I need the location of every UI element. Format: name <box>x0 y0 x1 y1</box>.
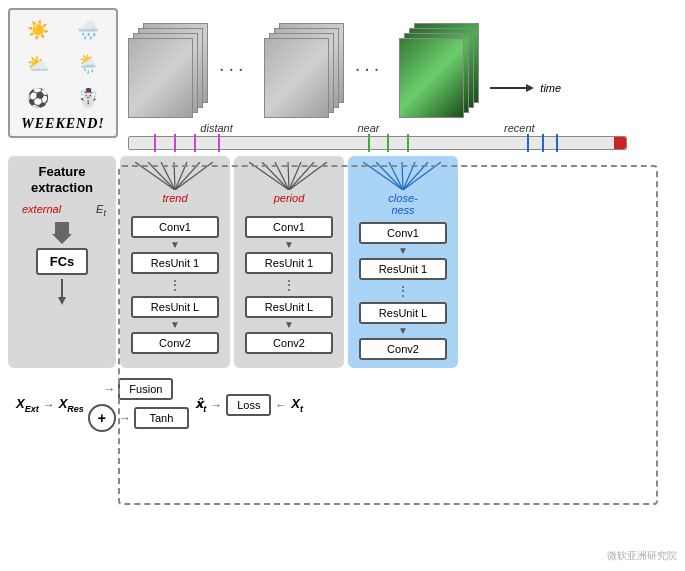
closeness-resunitl: ResUnit L <box>359 302 447 324</box>
top-section: ☀️ 🌧️ ⛅ 🌦️ ⚽ ☃️ WEEKEND! ··· <box>8 8 677 150</box>
time-label: time <box>540 82 561 94</box>
arrow-right-1: → <box>43 398 55 412</box>
svg-line-4 <box>135 162 175 190</box>
cloud-rain-icon: 🌦️ <box>64 48 112 80</box>
bottom-section: XExt → XRes → Fusion + → Tanh x̂t → L <box>8 378 677 432</box>
trend-conv1: Conv1 <box>131 216 219 238</box>
period-column: period Conv1 ▼ ResUnit 1 ⋮ ResUnit L ▼ C… <box>234 156 344 368</box>
timeline-area: distant near recent <box>128 122 677 150</box>
closeness-arrow-1: ▼ <box>398 246 408 256</box>
tick-1 <box>154 134 156 152</box>
tick-10 <box>556 134 558 152</box>
near-image-stack <box>264 23 339 118</box>
main-container: ☀️ 🌧️ ⛅ 🌦️ ⚽ ☃️ WEEKEND! ··· <box>0 0 685 571</box>
distant-image-stack <box>128 23 203 118</box>
closeness-conv2: Conv2 <box>359 338 447 360</box>
arrow-to-xext <box>56 279 68 312</box>
rain-icon: 🌧️ <box>64 14 112 46</box>
external-label: external <box>22 203 61 215</box>
period-arrow-1: ▼ <box>284 240 294 250</box>
period-conv1: Conv1 <box>245 216 333 238</box>
watermark: 微软亚洲研究院 <box>607 549 677 563</box>
time-arrow-svg <box>490 78 540 98</box>
svg-line-16 <box>289 162 314 190</box>
x-res-label: XRes <box>59 396 84 414</box>
trend-resunitl: ResUnit L <box>131 296 219 318</box>
timeline-bar <box>128 136 627 150</box>
period-resunitl: ResUnit L <box>245 296 333 318</box>
tick-8 <box>527 134 529 152</box>
closeness-funnel-svg <box>358 162 448 190</box>
fcs-block: FCs <box>36 248 89 275</box>
tick-7 <box>407 134 409 152</box>
trend-resunit1: ResUnit 1 <box>131 252 219 274</box>
svg-line-19 <box>376 162 403 190</box>
x-hat-label: x̂t <box>195 396 206 414</box>
soccer-icon: ⚽ <box>14 82 62 114</box>
loss-box: Loss <box>226 394 271 416</box>
feature-extraction-title: Feature extraction <box>14 164 110 195</box>
fat-arrow-down <box>52 222 72 244</box>
svg-marker-3 <box>58 297 66 305</box>
closeness-arrow-2: ▼ <box>398 326 408 336</box>
plus-circle: + <box>88 404 116 432</box>
svg-line-12 <box>262 162 289 190</box>
recent-image-stack <box>399 23 474 118</box>
svg-line-21 <box>402 162 403 190</box>
period-funnel-svg <box>244 162 334 190</box>
separator-dots: ··· <box>219 38 248 118</box>
closeness-column: close-ness Conv1 ▼ ResUnit 1 ⋮ ResUnit L… <box>348 156 458 368</box>
closeness-vdots: ⋮ <box>396 284 410 298</box>
svg-marker-1 <box>526 84 534 92</box>
et-label: Et <box>96 203 106 218</box>
network-columns: trend Conv1 ▼ ResUnit 1 ⋮ ResUnit L ▼ Co… <box>120 156 677 368</box>
feature-extraction-box: Feature extraction external Et FCs <box>8 156 116 368</box>
trend-conv2: Conv2 <box>131 332 219 354</box>
down-arrow-svg <box>56 279 68 309</box>
tanh-box: Tanh <box>134 407 189 429</box>
svg-line-11 <box>249 162 289 190</box>
closeness-label: close-ness <box>388 192 417 216</box>
svg-line-23 <box>403 162 428 190</box>
svg-line-7 <box>174 162 175 190</box>
tick-6 <box>387 134 389 152</box>
period-label: period <box>274 192 305 210</box>
period-vdots: ⋮ <box>282 278 296 292</box>
tick-9 <box>542 134 544 152</box>
trend-arrow-1: ▼ <box>170 240 180 250</box>
fusion-box: Fusion <box>118 378 173 400</box>
arrow-right-3: → <box>119 411 131 425</box>
cloud-icon: ⛅ <box>14 48 62 80</box>
tick-5 <box>368 134 370 152</box>
trend-label: trend <box>162 192 187 210</box>
svg-line-9 <box>175 162 200 190</box>
sun-icon: ☀️ <box>14 14 62 46</box>
tick-2 <box>174 134 176 152</box>
closeness-resunit1: ResUnit 1 <box>359 258 447 280</box>
weekend-label: WEEKEND! <box>14 116 112 132</box>
period-conv2: Conv2 <box>245 332 333 354</box>
near-label: near <box>357 122 379 134</box>
arrow-right-2: → <box>103 382 115 396</box>
x-t-label: Xt <box>291 396 303 414</box>
period-resunit1: ResUnit 1 <box>245 252 333 274</box>
icons-box: ☀️ 🌧️ ⛅ 🌦️ ⚽ ☃️ WEEKEND! <box>8 8 118 138</box>
arrow-left-1: ← <box>275 398 287 412</box>
arrow-right-4: → <box>210 398 222 412</box>
svg-line-5 <box>148 162 175 190</box>
recent-label: recent <box>504 122 535 134</box>
distant-label: distant <box>200 122 232 134</box>
trend-vdots: ⋮ <box>168 278 182 292</box>
trend-column: trend Conv1 ▼ ResUnit 1 ⋮ ResUnit L ▼ Co… <box>120 156 230 368</box>
trend-funnel-svg <box>130 162 220 190</box>
closeness-conv1: Conv1 <box>359 222 447 244</box>
snowman-icon: ☃️ <box>64 82 112 114</box>
svg-line-18 <box>363 162 403 190</box>
timeline-red-end <box>614 137 626 149</box>
tick-4 <box>218 134 220 152</box>
x-ext-label: XExt <box>16 396 39 414</box>
period-arrow-2: ▼ <box>284 320 294 330</box>
separator-dots-2: ··· <box>355 38 384 118</box>
plus-section: → Fusion + → Tanh <box>88 378 189 432</box>
svg-line-14 <box>288 162 289 190</box>
